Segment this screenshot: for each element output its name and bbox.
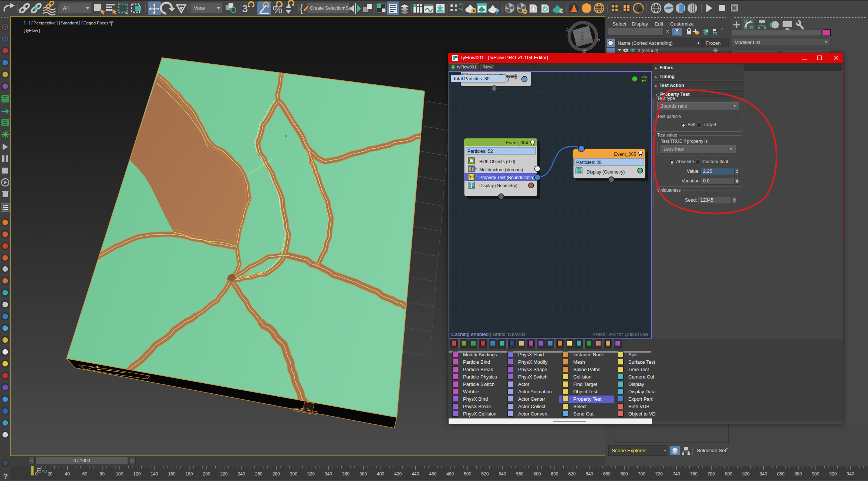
svg-text:400: 400 <box>377 471 384 477</box>
svg-text:840: 840 <box>760 471 767 477</box>
svg-text:540: 540 <box>499 471 506 477</box>
svg-text:Particles: 52: Particles: 52 <box>467 149 493 154</box>
svg-text:Particles: 28: Particles: 28 <box>576 160 602 165</box>
svg-text:Property Test (Bounds ratio): Property Test (Bounds ratio) <box>479 175 534 180</box>
svg-text:Create Selection Se: Create Selection Se <box>310 6 351 11</box>
svg-text:%: % <box>273 3 283 16</box>
svg-text:60: 60 <box>82 471 88 477</box>
svg-text:100: 100 <box>116 471 123 477</box>
svg-text:300: 300 <box>290 471 297 477</box>
svg-text:600: 600 <box>551 471 558 477</box>
svg-text:): ) <box>507 77 509 82</box>
svg-text:660: 660 <box>603 471 611 477</box>
svg-text:320: 320 <box>307 471 315 477</box>
svg-text:Event_004: Event_004 <box>506 140 528 145</box>
svg-text:260: 260 <box>255 471 263 477</box>
svg-text:Multifracture (Voronoi): Multifracture (Voronoi) <box>479 167 523 172</box>
svg-text:Display (Geometry): Display (Geometry) <box>587 169 625 175</box>
svg-text:520: 520 <box>481 471 489 477</box>
svg-text:Caching enabled | Static: NEVE: Caching enabled | Static: NEVER <box>451 332 525 337</box>
svg-text:700: 700 <box>638 471 645 477</box>
svg-text:Display (Geometry): Display (Geometry) <box>479 183 517 188</box>
svg-text:20: 20 <box>47 471 53 477</box>
svg-text:TOP: TOP <box>580 32 585 41</box>
svg-text:480: 480 <box>446 471 454 477</box>
svg-text:460: 460 <box>429 471 436 477</box>
svg-text:{: { <box>300 3 303 14</box>
svg-text:120: 120 <box>133 471 141 477</box>
svg-text:800: 800 <box>725 471 732 477</box>
svg-text:620: 620 <box>568 471 575 477</box>
svg-text:220: 220 <box>220 471 227 477</box>
svg-text:680: 680 <box>621 471 628 477</box>
svg-text:640: 640 <box>586 471 593 477</box>
svg-text:820: 820 <box>742 471 750 477</box>
svg-text:Total Particles: 80: Total Particles: 80 <box>453 76 490 81</box>
svg-text:Event_005: Event_005 <box>614 152 636 157</box>
svg-text:560: 560 <box>516 471 523 477</box>
svg-text:940: 940 <box>847 471 854 477</box>
svg-text:All: All <box>63 5 69 11</box>
svg-text:280: 280 <box>273 471 280 477</box>
svg-text:240: 240 <box>238 471 245 477</box>
svg-text:0: 0 <box>35 471 38 477</box>
svg-text:720: 720 <box>655 471 663 477</box>
svg-text:420: 420 <box>394 471 402 477</box>
svg-text:View: View <box>194 5 205 11</box>
svg-text:200: 200 <box>203 471 210 477</box>
svg-text:140: 140 <box>151 471 158 477</box>
svg-text:580: 580 <box>533 471 541 477</box>
svg-text:380: 380 <box>359 471 367 477</box>
svg-text:920: 920 <box>829 471 837 477</box>
svg-text:900: 900 <box>812 471 819 477</box>
svg-text:880: 880 <box>794 471 802 477</box>
svg-text:Birth Objects (0-0): Birth Objects (0-0) <box>479 159 515 164</box>
svg-text:760: 760 <box>690 471 698 477</box>
svg-text:40: 40 <box>65 471 70 477</box>
svg-text:780: 780 <box>707 471 715 477</box>
svg-text:500: 500 <box>464 471 471 477</box>
svg-text:0 (default): 0 (default) <box>638 48 658 53</box>
svg-text:440: 440 <box>412 471 419 477</box>
svg-text:860: 860 <box>777 471 784 477</box>
svg-text:740: 740 <box>673 471 680 477</box>
svg-text:80: 80 <box>100 471 105 477</box>
svg-text:160: 160 <box>168 471 175 477</box>
svg-text:360: 360 <box>342 471 349 477</box>
svg-text:180: 180 <box>185 471 193 477</box>
svg-text:340: 340 <box>325 471 332 477</box>
svg-text:Press TAB for QuickType: Press TAB for QuickType <box>592 332 648 337</box>
svg-text:?: ? <box>3 472 8 481</box>
svg-text:3: 3 <box>242 3 248 14</box>
